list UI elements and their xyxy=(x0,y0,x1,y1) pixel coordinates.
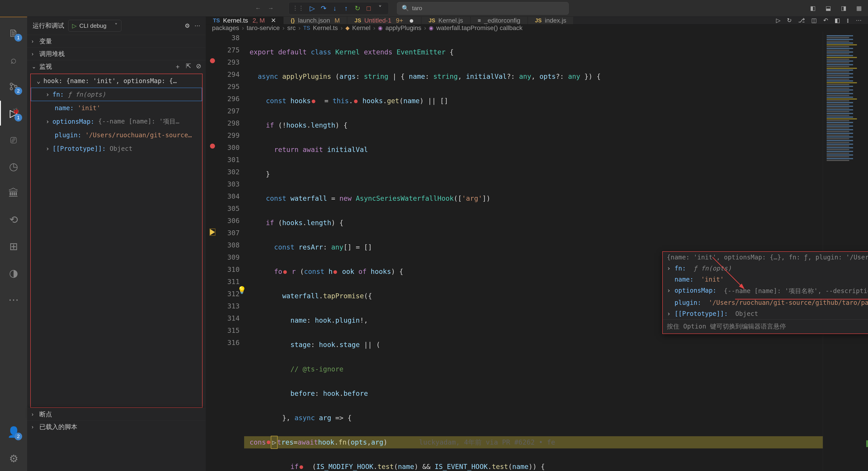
section-breakpoints-label: 断点 xyxy=(39,410,52,418)
split-right-icon[interactable]: ⫿ xyxy=(846,17,849,24)
activity-debug[interactable]: ▷🐞1 xyxy=(0,101,27,126)
watch-prototype[interactable]: › [[Prototype]]: Object xyxy=(31,142,202,155)
ts-icon: TS xyxy=(213,18,220,24)
activity-settings[interactable]: ⚙ xyxy=(0,446,27,471)
breadcrumb[interactable]: packages› taro-service› src› TS Kernel.t… xyxy=(206,24,868,32)
activity-overflow[interactable]: ⋯ xyxy=(0,287,27,312)
hover-key[interactable]: [[Prototype]]: xyxy=(675,310,728,317)
close-icon[interactable]: ✕ xyxy=(271,17,276,24)
continue-button[interactable]: ▷ xyxy=(307,3,317,13)
activity-timeline[interactable]: ◷ xyxy=(0,154,27,179)
watch-root[interactable]: ⌄ hook: {name: 'init', optionsMap: {… xyxy=(31,74,202,88)
hover-key: name: xyxy=(675,276,693,283)
section-loaded-scripts[interactable]: › 已载入的脚本 xyxy=(27,420,206,433)
restart-button[interactable]: ↻ xyxy=(352,3,362,13)
hover-key: plugin: xyxy=(675,299,701,306)
nav-back-icon[interactable]: ← xyxy=(253,3,263,13)
glyph-margin[interactable] xyxy=(206,32,219,471)
section-callstack[interactable]: › 调用堆栈 xyxy=(27,47,206,60)
sidebar: 运行和调试 ▷ CLI debug ˅ ⚙ ⋯ › 变量 › 调用堆栈 ⌄ 监视… xyxy=(27,17,206,471)
section-breakpoints[interactable]: › 断点 xyxy=(27,408,206,420)
open-changes-icon[interactable]: ↶ xyxy=(823,17,828,24)
hover-key[interactable]: optionsMap: xyxy=(675,287,716,295)
watch-val: {--name [name]: '项目… xyxy=(98,117,179,126)
nav-forward-icon[interactable]: → xyxy=(266,3,276,13)
breadcrumb-item[interactable]: taro-service xyxy=(247,24,280,32)
breadcrumb-item[interactable]: Kernel xyxy=(352,24,370,32)
layout-controls: ◧ ⬓ ◨ ▦ xyxy=(808,4,864,13)
tab-index-js[interactable]: JS index.js xyxy=(528,17,574,24)
toggle-panel-left-icon[interactable]: ◧ xyxy=(808,4,817,13)
hover-key[interactable]: fn: xyxy=(675,265,686,272)
class-icon: ◆ xyxy=(345,25,349,31)
activity-search[interactable]: ⌕ xyxy=(0,47,27,72)
breadcrumb-item[interactable]: applyPlugins xyxy=(385,24,421,32)
watch-plugin[interactable]: plugin: '/Users/ruochuan/git-source… xyxy=(31,128,202,142)
tab-kernel-js[interactable]: JS Kernel.js xyxy=(421,17,470,24)
tab-launch-json[interactable]: {} launch.json M xyxy=(283,17,347,24)
breadcrumb-item[interactable]: packages xyxy=(212,24,239,32)
toggle-panel-bottom-icon[interactable]: ⬓ xyxy=(824,4,833,13)
tab-untitled[interactable]: JS Untitled-1 9+ ● xyxy=(347,17,421,24)
watch-panel: ⌄ hook: {name: 'init', optionsMap: {… › … xyxy=(30,74,203,408)
stop-button[interactable]: □ xyxy=(364,3,374,13)
step-out-button[interactable]: ↑ xyxy=(341,3,351,13)
js-icon: JS xyxy=(354,18,361,24)
collapse-all-icon[interactable]: ⇱ xyxy=(186,62,191,71)
activity-remote[interactable]: ⎚ xyxy=(0,127,27,152)
watch-root-text: hook: {name: 'init', optionsMap: {… xyxy=(43,77,177,85)
step-into-button[interactable]: ↓ xyxy=(330,3,340,13)
method-icon: ◉ xyxy=(429,25,434,31)
remove-all-icon[interactable]: ⊘ xyxy=(196,62,201,71)
step-over-button[interactable]: ↷ xyxy=(318,3,329,13)
js-icon: JS xyxy=(429,18,435,24)
tab-label: Kernel.ts xyxy=(223,17,248,24)
add-watch-icon[interactable]: ＋ xyxy=(175,62,181,71)
breadcrumb-item[interactable]: Kernel.ts xyxy=(313,24,338,32)
section-variables-label: 变量 xyxy=(39,37,52,45)
breadcrumb-item[interactable]: waterfall.tapPromise() callback xyxy=(436,24,522,32)
activity-git-graph[interactable]: ◑ xyxy=(0,261,27,285)
activity-bookmarks[interactable]: 🏛 xyxy=(0,181,27,205)
tab-kernel-ts[interactable]: TS Kernel.ts 2, M ✕ xyxy=(206,17,283,24)
activity-scm[interactable]: 2 xyxy=(0,74,27,99)
activity-explorer[interactable]: 🗎1 xyxy=(0,21,27,45)
tab-editorconfig[interactable]: ≡ _editorconfig xyxy=(471,17,528,24)
command-center[interactable]: 🔍 taro xyxy=(397,2,569,15)
breakpoint-icon[interactable] xyxy=(210,58,215,63)
search-icon: 🔍 xyxy=(402,5,409,12)
code-editor[interactable]: 38 275 293 294 295 296 297 298 299 300 3… xyxy=(206,32,868,471)
section-watch[interactable]: ⌄ 监视 ＋ ⇱ ⊘ xyxy=(27,60,206,73)
split-icon[interactable]: ◧ xyxy=(835,17,840,24)
activity-extensions[interactable]: ⊞ xyxy=(0,234,27,259)
activity-outline[interactable]: ⟲ xyxy=(0,207,27,232)
more-actions-icon[interactable]: ⋯ xyxy=(856,17,862,24)
ts-icon: TS xyxy=(303,25,310,31)
watch-fn[interactable]: › fn: ƒ fn(opts) xyxy=(31,88,202,101)
debug-config-select[interactable]: ▷ CLI debug ˅ xyxy=(68,20,121,32)
config-icon: ≡ xyxy=(478,18,481,24)
chevron-right-icon: › xyxy=(32,51,37,57)
breakpoint-icon[interactable] xyxy=(210,144,215,148)
customize-layout-icon[interactable]: ▦ xyxy=(855,4,864,13)
drag-grip-icon[interactable]: ⋮⋮ xyxy=(292,5,304,12)
chevron-right-icon: › xyxy=(32,38,37,44)
git-compare-icon[interactable]: ⎇ xyxy=(798,17,805,24)
tab-status: M xyxy=(335,17,340,24)
watch-optionsmap[interactable]: › optionsMap: {--name [name]: '项目… xyxy=(31,115,202,128)
section-variables[interactable]: › 变量 xyxy=(27,35,206,47)
toggle-panel-right-icon[interactable]: ◨ xyxy=(839,4,848,13)
watch-name[interactable]: name: 'init' xyxy=(31,101,202,115)
gear-icon[interactable]: ⚙ xyxy=(185,22,190,29)
debug-more-icon[interactable]: ˅ xyxy=(375,3,385,13)
run-icon[interactable]: ▷ xyxy=(776,17,780,24)
current-line-arrow-icon xyxy=(210,229,215,235)
diff-icon[interactable]: ◫ xyxy=(811,17,817,24)
activity-accounts[interactable]: 👤2 xyxy=(0,419,27,444)
json-icon: {} xyxy=(291,18,295,24)
chevron-right-icon: › xyxy=(32,424,37,430)
more-icon[interactable]: ⋯ xyxy=(194,22,200,29)
debug-run-icon[interactable]: ↻ xyxy=(787,17,792,24)
tab-label: index.js xyxy=(545,17,566,24)
breadcrumb-item[interactable]: src xyxy=(287,24,296,32)
